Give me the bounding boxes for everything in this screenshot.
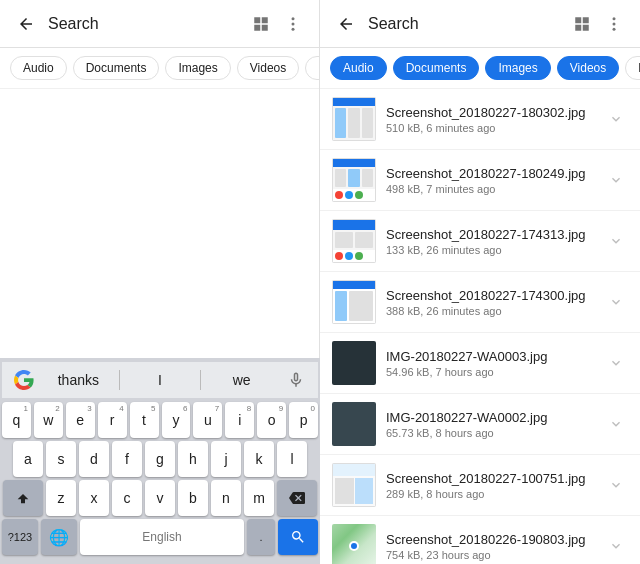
key-z[interactable]: z [46,480,76,516]
key-j[interactable]: j [211,441,241,477]
left-filter-bar: Audio Documents Images Videos Large file… [0,48,319,89]
right-more-options-icon[interactable] [600,10,628,38]
right-chip-audio[interactable]: Audio [330,56,387,80]
file-item[interactable]: Screenshot_20180227-180302.jpg 510 kB, 6… [320,89,640,150]
key-p[interactable]: p0 [289,402,318,438]
right-toolbar-icons [568,10,628,38]
key-b[interactable]: b [178,480,208,516]
key-k[interactable]: k [244,441,274,477]
left-chip-audio[interactable]: Audio [10,56,67,80]
microphone-icon[interactable] [282,366,310,394]
key-s[interactable]: s [46,441,76,477]
file-meta: 289 kB, 8 hours ago [386,488,604,500]
file-info: Screenshot_20180227-174313.jpg 133 kB, 2… [386,227,604,256]
file-item[interactable]: Screenshot_20180226-190803.jpg 754 kB, 2… [320,516,640,564]
file-chevron-icon[interactable] [604,107,628,131]
svg-point-1 [292,22,295,25]
file-chevron-icon[interactable] [604,229,628,253]
file-chevron-icon[interactable] [604,168,628,192]
file-info: IMG-20180227-WA0003.jpg 54.96 kB, 7 hour… [386,349,604,378]
key-w[interactable]: w2 [34,402,63,438]
svg-point-5 [613,27,616,30]
key-m[interactable]: m [244,480,274,516]
more-options-icon[interactable] [279,10,307,38]
file-item[interactable]: Screenshot_20180227-174313.jpg 133 kB, 2… [320,211,640,272]
key-emoji[interactable]: 🌐 [41,519,77,555]
file-name: Screenshot_20180227-174313.jpg [386,227,604,242]
left-chip-images[interactable]: Images [165,56,230,80]
key-i[interactable]: i8 [225,402,254,438]
key-c[interactable]: c [112,480,142,516]
file-chevron-icon[interactable] [604,290,628,314]
file-chevron-icon[interactable] [604,534,628,558]
keyboard-row-1: q1 w2 e3 r4 t5 y6 u7 i8 o9 p0 [2,402,318,438]
file-name: Screenshot_20180227-180249.jpg [386,166,604,181]
file-chevron-icon[interactable] [604,351,628,375]
key-r[interactable]: r4 [98,402,127,438]
file-name: IMG-20180227-WA0002.jpg [386,410,604,425]
left-top-bar: Search [0,0,319,48]
svg-point-2 [292,27,295,30]
key-y[interactable]: y6 [162,402,191,438]
key-g[interactable]: g [145,441,175,477]
key-u[interactable]: u7 [193,402,222,438]
file-chevron-icon[interactable] [604,473,628,497]
key-o[interactable]: o9 [257,402,286,438]
key-v[interactable]: v [145,480,175,516]
left-toolbar-icons [247,10,307,38]
right-back-button[interactable] [332,10,360,38]
key-space[interactable]: English [80,519,244,555]
key-shift[interactable] [3,480,43,516]
right-chip-documents[interactable]: Documents [393,56,480,80]
key-a[interactable]: a [13,441,43,477]
file-thumbnail [332,341,376,385]
file-name: Screenshot_20180226-190803.jpg [386,532,604,547]
suggestion-i[interactable]: I [120,372,201,388]
key-search[interactable] [278,519,318,555]
left-chip-documents[interactable]: Documents [73,56,160,80]
right-grid-view-icon[interactable] [568,10,596,38]
file-item[interactable]: Screenshot_20180227-174300.jpg 388 kB, 2… [320,272,640,333]
right-chip-videos[interactable]: Videos [557,56,619,80]
file-thumbnail [332,402,376,446]
key-period[interactable]: . [247,519,275,555]
file-item[interactable]: IMG-20180227-WA0002.jpg 65.73 kB, 8 hour… [320,394,640,455]
key-f[interactable]: f [112,441,142,477]
right-chip-images[interactable]: Images [485,56,550,80]
file-info: Screenshot_20180226-190803.jpg 754 kB, 2… [386,532,604,561]
file-chevron-icon[interactable] [604,412,628,436]
key-x[interactable]: x [79,480,109,516]
left-back-button[interactable] [12,10,40,38]
file-thumbnail [332,97,376,141]
file-thumbnail [332,463,376,507]
file-item[interactable]: IMG-20180227-WA0003.jpg 54.96 kB, 7 hour… [320,333,640,394]
key-n[interactable]: n [211,480,241,516]
key-e[interactable]: e3 [66,402,95,438]
left-chip-videos[interactable]: Videos [237,56,299,80]
key-l[interactable]: l [277,441,307,477]
keyboard-row-3: z x c v b n m [2,480,318,516]
key-t[interactable]: t5 [130,402,159,438]
file-item[interactable]: Screenshot_20180227-180249.jpg 498 kB, 7… [320,150,640,211]
key-q[interactable]: q1 [2,402,31,438]
key-h[interactable]: h [178,441,208,477]
file-meta: 510 kB, 6 minutes ago [386,122,604,134]
keyboard: thanks I we q1 w2 e3 r4 t5 y6 u7 i8 o9 p… [0,358,320,564]
key-d[interactable]: d [79,441,109,477]
suggestion-we[interactable]: we [201,372,282,388]
file-info: Screenshot_20180227-174300.jpg 388 kB, 2… [386,288,604,317]
grid-view-icon[interactable] [247,10,275,38]
file-meta: 388 kB, 26 minutes ago [386,305,604,317]
file-item[interactable]: Screenshot_20180227-100751.jpg 289 kB, 8… [320,455,640,516]
right-chip-large-files[interactable]: Large files [625,56,640,80]
file-meta: 54.96 kB, 7 hours ago [386,366,604,378]
right-top-bar: Search [320,0,640,48]
file-meta: 133 kB, 26 minutes ago [386,244,604,256]
file-name: Screenshot_20180227-100751.jpg [386,471,604,486]
key-numbers[interactable]: ?123 [2,519,38,555]
left-chip-large-files[interactable]: Large files [305,56,319,80]
left-search-text: Search [48,15,247,33]
file-name: IMG-20180227-WA0003.jpg [386,349,604,364]
key-backspace[interactable] [277,480,317,516]
suggestion-thanks[interactable]: thanks [38,372,119,388]
